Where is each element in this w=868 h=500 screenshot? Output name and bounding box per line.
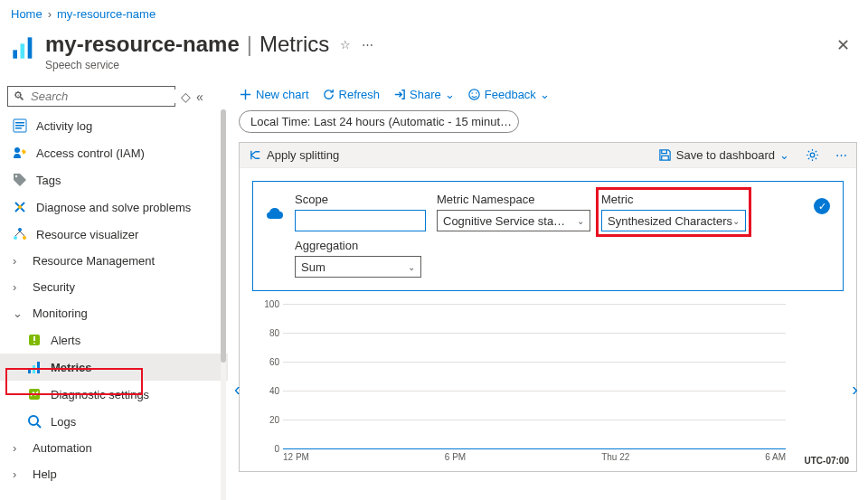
chevron-down-icon: ⌄ — [577, 216, 584, 226]
scrollbar-track[interactable] — [221, 109, 226, 500]
scope-select[interactable] — [295, 210, 426, 231]
toolbar: New chart Refresh Share ⌄ Feedback ⌄ — [239, 82, 857, 107]
sidebar-item-alerts[interactable]: Alerts — [0, 326, 228, 354]
chevron-down-icon: ⌄ — [445, 88, 455, 101]
sidebar-item-resource-management[interactable]: › Resource Management — [0, 248, 228, 274]
tags-icon — [13, 173, 27, 187]
diagnose-icon — [13, 200, 27, 214]
page-subtitle: Speech service — [45, 59, 373, 71]
chevron-down-icon: ⌄ — [13, 307, 24, 320]
timezone-label: UTC-07:00 — [805, 456, 849, 466]
chevron-right-icon: › — [13, 441, 24, 455]
metric-label: Metric — [601, 193, 746, 206]
main-content: New chart Refresh Share ⌄ Feedback ⌄ Loc… — [228, 82, 868, 500]
svg-rect-1 — [21, 43, 25, 58]
highlight-annotation: Metric Synthesized Characters⌄ — [596, 187, 751, 237]
chart-x-axis: 12 PM6 PMThu 226 AM — [283, 452, 786, 462]
favorite-icon[interactable]: ☆ — [340, 38, 351, 52]
activity-log-icon — [13, 118, 27, 133]
svg-point-20 — [471, 92, 473, 94]
sidebar-item-tags[interactable]: Tags — [0, 166, 228, 193]
settings-icon[interactable] — [806, 148, 819, 162]
alerts-icon — [27, 333, 42, 347]
svg-point-12 — [23, 236, 26, 240]
chevron-down-icon: ⌄ — [779, 148, 789, 162]
chevron-right-icon: › — [13, 280, 24, 294]
aggregation-select[interactable]: Sum⌄ — [295, 256, 421, 278]
share-button[interactable]: Share ⌄ — [392, 88, 455, 101]
svg-point-7 — [14, 147, 20, 153]
pin-icon[interactable]: ◇ — [181, 90, 191, 104]
svg-point-8 — [15, 175, 17, 177]
sidebar-item-monitoring[interactable]: ⌄ Monitoring — [0, 300, 228, 326]
chart-plot: 020406080100 — [283, 304, 786, 448]
chart-prev-button[interactable]: ‹ — [234, 379, 241, 400]
sidebar-item-iam[interactable]: Access control (IAM) — [0, 139, 228, 166]
chart-card: Apply splitting Save to dashboard ⌄ ⋯ — [239, 142, 857, 472]
metrics-icon — [11, 32, 45, 63]
svg-point-19 — [469, 90, 479, 99]
breadcrumb-home[interactable]: Home — [11, 7, 42, 21]
feedback-button[interactable]: Feedback ⌄ — [467, 88, 550, 101]
svg-rect-4 — [15, 122, 24, 124]
time-range-picker[interactable]: Local Time: Last 24 hours (Automatic - 1… — [239, 110, 519, 133]
chevron-down-icon: ⌄ — [540, 88, 550, 101]
svg-point-11 — [14, 236, 17, 240]
chart-toolbar: Apply splitting Save to dashboard ⌄ ⋯ — [240, 143, 856, 168]
aggregation-label: Aggregation — [295, 239, 746, 252]
refresh-button[interactable]: Refresh — [322, 88, 381, 101]
sidebar-item-security[interactable]: › Security — [0, 274, 228, 300]
sidebar-item-diagnose[interactable]: Diagnose and solve problems — [0, 193, 228, 221]
svg-rect-0 — [13, 50, 17, 58]
sidebar-item-activity-log[interactable]: Activity log — [0, 112, 228, 139]
search-input[interactable] — [31, 90, 184, 103]
sidebar-item-help[interactable]: › Help — [0, 461, 228, 487]
svg-point-21 — [476, 92, 477, 94]
page-header: my-resource-name | Metrics ☆ ⋯ Speech se… — [0, 28, 868, 82]
svg-rect-5 — [15, 125, 24, 127]
chevron-down-icon: ⌄ — [408, 262, 415, 272]
metric-config-panel: Scope Metric Namespace Cognitive Service… — [252, 181, 844, 291]
page-title: my-resource-name — [45, 32, 240, 57]
scope-label: Scope — [295, 193, 426, 206]
sidebar-item-automation[interactable]: › Automation — [0, 435, 228, 461]
cloud-icon — [266, 207, 284, 222]
new-chart-button[interactable]: New chart — [239, 88, 309, 101]
chevron-down-icon: ⌄ — [732, 216, 740, 226]
sidebar-item-logs[interactable]: Logs — [0, 408, 228, 435]
search-icon: 🔍︎ — [14, 90, 25, 103]
sidebar: 🔍︎ ◇ « Activity log Access control (IAM)… — [0, 82, 228, 500]
chevron-right-icon: › — [48, 7, 52, 21]
breadcrumb: Home › my-resource-name — [0, 0, 868, 28]
check-icon: ✓ — [814, 198, 830, 214]
page-section: Metrics — [259, 32, 329, 57]
collapse-icon[interactable]: « — [196, 90, 203, 104]
highlight-annotation — [5, 368, 143, 395]
chevron-right-icon: › — [13, 467, 24, 481]
svg-point-9 — [18, 205, 22, 209]
chart-next-button[interactable]: › — [852, 379, 858, 400]
more-icon[interactable]: ⋯ — [835, 148, 847, 162]
logs-icon — [27, 414, 42, 429]
breadcrumb-resource[interactable]: my-resource-name — [57, 7, 156, 21]
svg-point-22 — [810, 153, 815, 157]
apply-splitting-button[interactable]: Apply splitting — [249, 148, 339, 162]
chart-area: ‹ › 020406080100 12 PM6 PMThu 226 AM UTC… — [240, 304, 856, 471]
metric-namespace-label: Metric Namespace — [437, 193, 590, 206]
iam-icon — [13, 146, 27, 160]
svg-point-18 — [29, 416, 38, 425]
svg-point-10 — [18, 228, 22, 231]
metric-select[interactable]: Synthesized Characters⌄ — [601, 210, 746, 231]
svg-rect-2 — [28, 37, 33, 58]
close-icon[interactable]: ✕ — [829, 32, 857, 59]
more-icon[interactable]: ⋯ — [362, 38, 373, 52]
search-input-wrapper[interactable]: 🔍︎ — [7, 86, 175, 107]
scrollbar-thumb[interactable] — [221, 109, 226, 363]
save-to-dashboard-button[interactable]: Save to dashboard ⌄ — [658, 148, 789, 162]
sidebar-item-resource-visualizer[interactable]: Resource visualizer — [0, 221, 228, 248]
resource-visualizer-icon — [13, 227, 27, 241]
metric-namespace-select[interactable]: Cognitive Service sta…⌄ — [437, 210, 590, 231]
chevron-right-icon: › — [13, 254, 24, 268]
svg-rect-6 — [15, 127, 22, 129]
